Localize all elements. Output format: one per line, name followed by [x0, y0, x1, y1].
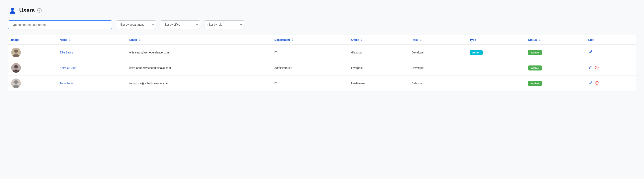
col-type[interactable]: Type: [466, 35, 525, 45]
sort-arrows-office: ▲▼: [361, 38, 362, 42]
cell-edit: [585, 60, 636, 76]
cell-edit: [585, 76, 636, 91]
edit-icon[interactable]: [588, 81, 592, 86]
sort-arrows-name: ▲▼: [69, 38, 71, 42]
user-name-link[interactable]: Tomi Pope: [60, 82, 73, 85]
office-filter[interactable]: Filter by office: [160, 20, 200, 29]
cell-role: Developer: [408, 60, 466, 76]
cell-department: IT: [271, 76, 348, 91]
users-icon: [8, 6, 17, 15]
cell-role: Salesman: [408, 76, 466, 91]
col-role[interactable]: Role ▲▼: [408, 35, 466, 45]
cell-role: Developer: [408, 45, 466, 60]
col-name[interactable]: Name ▲▼: [56, 35, 126, 45]
user-name-link[interactable]: Keira O'Brien: [60, 66, 76, 70]
cell-status: Active: [525, 45, 585, 60]
svg-point-10: [14, 80, 18, 84]
table-header-row: Image Name ▲▼ Email ▲▼: [8, 35, 636, 45]
users-table-container: Image Name ▲▼ Email ▲▼: [8, 35, 636, 91]
cell-email: keira.obrien@scheduleleave.com: [126, 60, 271, 76]
cell-type: [466, 76, 525, 91]
user-name-link[interactable]: Ellie Sears: [60, 51, 73, 54]
cell-type: [466, 60, 525, 76]
cell-status: Active: [525, 76, 585, 91]
role-filter[interactable]: Filter by role: [204, 20, 244, 29]
col-department[interactable]: Department ▲▼: [271, 35, 348, 45]
cell-email: tomi.pope@scheduleleave.com: [126, 76, 271, 91]
table-row: Tomi Popetomi.pope@scheduleleave.comITHa…: [8, 76, 636, 91]
page-title: Users: [19, 7, 35, 14]
help-icon[interactable]: ?: [37, 8, 42, 12]
cell-status: Active: [525, 60, 585, 76]
search-input[interactable]: [8, 20, 112, 29]
svg-point-1: [10, 11, 15, 14]
sort-arrows-dept: ▲▼: [292, 38, 293, 42]
status-badge: Active: [528, 81, 542, 86]
admin-badge: Admin: [470, 50, 482, 55]
status-badge: Active: [528, 66, 542, 70]
cell-office: Haslemere: [348, 76, 408, 91]
deactivate-icon[interactable]: [595, 66, 599, 70]
cell-email: ellie.sears@scheduleleave.com: [126, 45, 271, 60]
sort-arrows-role: ▲▼: [419, 38, 421, 42]
cell-name: Tomi Pope: [56, 76, 126, 91]
edit-icon[interactable]: [588, 50, 592, 55]
filters-row: Filter by department Filter by office Fi…: [8, 20, 636, 29]
users-table: Image Name ▲▼ Email ▲▼: [8, 35, 636, 91]
cell-name: Keira O'Brien: [56, 60, 126, 76]
cell-department: IT: [271, 45, 348, 60]
page-header: Users ?: [8, 6, 636, 15]
sort-arrows-email: ▲▼: [138, 38, 140, 42]
col-image[interactable]: Image: [8, 35, 56, 45]
svg-point-0: [11, 8, 14, 11]
col-office[interactable]: Office ▲▼: [348, 35, 408, 45]
cell-type: Admin: [466, 45, 525, 60]
cell-avatar: [8, 60, 56, 76]
avatar: [11, 78, 21, 88]
avatar: [11, 48, 21, 57]
avatar: [11, 63, 21, 73]
table-row: Ellie Searsellie.sears@scheduleleave.com…: [8, 45, 636, 60]
cell-name: Ellie Sears: [56, 45, 126, 60]
sort-arrows-status: ▲▼: [538, 38, 540, 42]
department-filter[interactable]: Filter by department: [116, 20, 156, 29]
cell-edit: [585, 45, 636, 60]
cell-office: Liverpool: [348, 60, 408, 76]
table-row: Keira O'Brienkeira.obrien@scheduleleave.…: [8, 60, 636, 76]
cell-avatar: [8, 45, 56, 60]
col-status[interactable]: Status ▲▼: [525, 35, 585, 45]
col-email[interactable]: Email ▲▼: [126, 35, 271, 45]
status-badge: Active: [528, 50, 542, 55]
cell-office: Glasgow: [348, 45, 408, 60]
svg-point-3: [14, 50, 18, 53]
cell-avatar: [8, 76, 56, 91]
cell-department: Administration: [271, 60, 348, 76]
deactivate-icon[interactable]: [595, 81, 599, 86]
svg-point-6: [14, 65, 18, 68]
col-edit[interactable]: Edit: [585, 35, 636, 45]
edit-icon[interactable]: [588, 66, 592, 70]
